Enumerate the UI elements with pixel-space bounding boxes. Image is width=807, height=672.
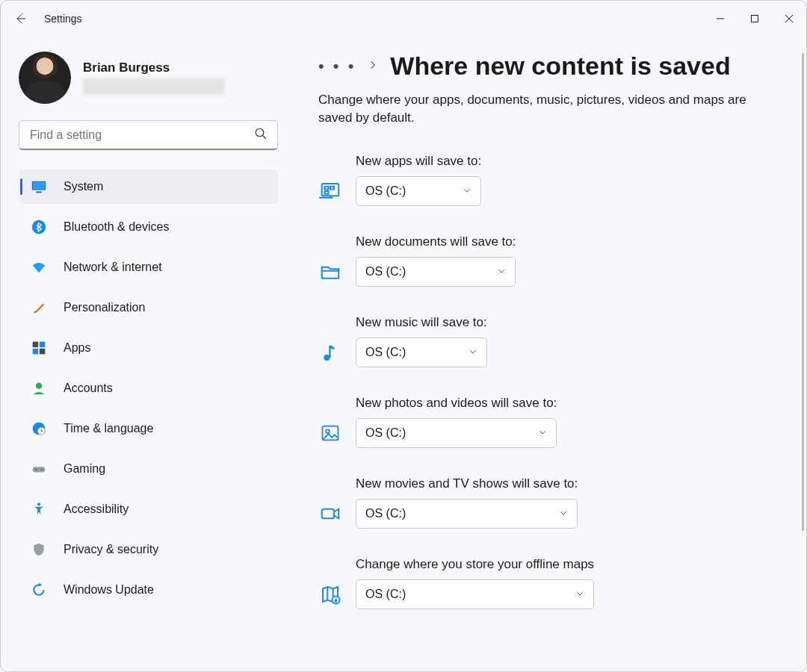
sidebar-item-accessibility[interactable]: Accessibility	[19, 492, 278, 526]
photos-location-dropdown[interactable]: OS (C:)	[356, 418, 557, 448]
svg-rect-10	[33, 342, 39, 348]
window-controls	[703, 7, 806, 31]
breadcrumb-ellipsis[interactable]: • • •	[318, 57, 356, 76]
sidebar-item-label: Privacy & security	[64, 543, 158, 556]
svg-rect-8	[36, 191, 41, 193]
sidebar-item-label: Bluetooth & devices	[64, 220, 169, 234]
sidebar-item-time-language[interactable]: Time & language	[19, 411, 278, 446]
maps-location-dropdown[interactable]: OS (C:)	[356, 579, 594, 609]
setting-label: New documents will save to:	[356, 234, 516, 249]
chevron-down-icon	[538, 426, 547, 440]
account-info: Brian Burgess	[83, 60, 225, 95]
minimize-button[interactable]	[703, 7, 738, 31]
app-name: Settings	[44, 13, 82, 25]
combo-value: OS (C:)	[365, 346, 406, 359]
sidebar-item-network[interactable]: Network & internet	[19, 250, 278, 284]
apps-icon	[31, 340, 47, 356]
setting-apps: New apps will save to: OS (C:)	[318, 143, 769, 224]
setting-photos: New photos and videos will save to: OS (…	[318, 385, 769, 466]
sidebar-item-label: Personalization	[64, 301, 145, 314]
svg-rect-23	[330, 186, 334, 189]
svg-rect-32	[322, 508, 334, 518]
chevron-down-icon	[559, 507, 568, 520]
setting-documents: New documents will save to: OS (C:)	[318, 224, 769, 305]
paintbrush-icon	[31, 299, 47, 316]
setting-label: Change where you store your offline maps	[356, 557, 594, 572]
documents-location-dropdown[interactable]: OS (C:)	[356, 257, 516, 287]
minimize-icon	[716, 14, 725, 23]
nav: System Bluetooth & devices Network & int…	[19, 169, 278, 613]
page-title: Where new content is saved	[390, 52, 730, 81]
map-download-icon	[318, 582, 342, 606]
arrow-left-icon	[13, 12, 27, 25]
avatar	[19, 52, 71, 104]
search-icon	[254, 127, 268, 143]
sidebar-item-label: Apps	[64, 341, 90, 355]
combo-value: OS (C:)	[365, 265, 406, 279]
svg-point-14	[36, 383, 42, 389]
sidebar: Brian Burgess System	[1, 37, 288, 671]
setting-music: New music will save to: OS (C:)	[318, 305, 769, 385]
scrollbar-thumb[interactable]	[802, 53, 804, 531]
main-content: • • • Where new content is saved Change …	[288, 37, 806, 671]
sidebar-item-label: Gaming	[64, 462, 105, 476]
system-icon	[31, 178, 47, 195]
shield-icon	[31, 541, 47, 558]
setting-col: New apps will save to: OS (C:)	[356, 154, 481, 206]
settings-window: Settings Brian Burgess	[0, 0, 807, 672]
setting-movies: New movies and TV shows will save to: OS…	[318, 466, 769, 547]
svg-line-5	[263, 136, 266, 139]
image-icon	[318, 421, 342, 445]
back-button[interactable]	[13, 11, 28, 26]
breadcrumb: • • • Where new content is saved	[318, 52, 769, 81]
svg-rect-12	[33, 349, 39, 355]
svg-rect-7	[33, 182, 46, 190]
sidebar-item-label: Time & language	[64, 422, 153, 435]
sidebar-item-personalization[interactable]: Personalization	[19, 290, 278, 325]
apps-location-dropdown[interactable]: OS (C:)	[356, 176, 481, 206]
setting-label: New music will save to:	[356, 315, 487, 330]
sidebar-item-bluetooth[interactable]: Bluetooth & devices	[19, 210, 278, 244]
account-header[interactable]: Brian Burgess	[19, 52, 278, 104]
sidebar-item-accounts[interactable]: Accounts	[19, 371, 278, 405]
sidebar-item-privacy[interactable]: Privacy & security	[19, 532, 278, 567]
svg-rect-22	[325, 186, 329, 189]
page-description: Change where your apps, documents, music…	[318, 91, 767, 127]
person-icon	[31, 380, 47, 396]
svg-rect-13	[40, 349, 46, 355]
maximize-button[interactable]	[738, 7, 772, 31]
bluetooth-icon	[31, 219, 47, 235]
sidebar-item-windows-update[interactable]: Windows Update	[19, 573, 278, 607]
setting-maps: Change where you store your offline maps…	[318, 547, 769, 627]
movies-location-dropdown[interactable]: OS (C:)	[356, 499, 578, 529]
setting-col: New documents will save to: OS (C:)	[356, 234, 516, 287]
setting-col: New movies and TV shows will save to: OS…	[356, 476, 578, 529]
combo-value: OS (C:)	[365, 426, 406, 440]
sidebar-item-label: Windows Update	[64, 583, 154, 597]
svg-point-4	[256, 128, 264, 137]
close-button[interactable]	[772, 7, 806, 31]
svg-rect-1	[752, 16, 758, 22]
folder-icon	[318, 260, 342, 284]
sidebar-item-gaming[interactable]: Gaming	[19, 452, 278, 486]
sidebar-item-system[interactable]: System	[19, 169, 278, 204]
svg-point-31	[326, 429, 330, 433]
sidebar-item-label: System	[64, 180, 103, 193]
chevron-down-icon	[463, 184, 471, 198]
sidebar-item-apps[interactable]: Apps	[19, 331, 278, 365]
close-icon	[785, 14, 794, 23]
music-note-icon	[318, 340, 342, 364]
svg-point-18	[35, 469, 37, 470]
window-body: Brian Burgess System	[1, 37, 806, 671]
globe-clock-icon	[31, 420, 47, 437]
svg-rect-17	[33, 467, 46, 472]
titlebar-left: Settings	[13, 11, 82, 26]
chevron-down-icon	[469, 346, 477, 359]
music-location-dropdown[interactable]: OS (C:)	[356, 337, 487, 367]
combo-value: OS (C:)	[365, 588, 406, 601]
setting-label: New apps will save to:	[356, 154, 481, 169]
combo-value: OS (C:)	[365, 184, 406, 198]
combo-value: OS (C:)	[365, 507, 406, 520]
search-input[interactable]	[19, 120, 278, 150]
apps-monitor-icon	[318, 179, 342, 203]
